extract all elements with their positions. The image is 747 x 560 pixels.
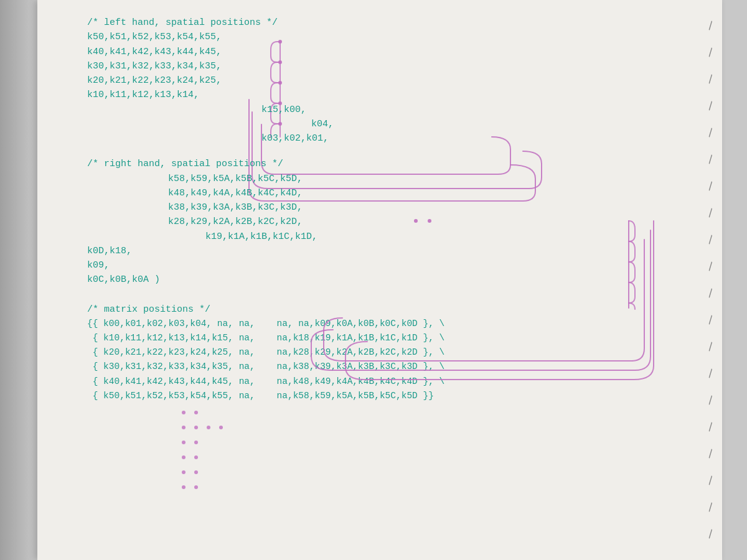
binding-mark: \ xyxy=(703,100,716,112)
svg-point-10 xyxy=(194,426,198,429)
left-hand-section: /* left hand, spatial positions */ k50,k… xyxy=(87,16,697,146)
left-hand-row-1: k50,k51,k52,k53,k54,k55, xyxy=(87,30,697,44)
right-hand-row-4: k28,k29,k2A,k2B,k2C,k2D, xyxy=(87,215,697,229)
binding-mark: \ xyxy=(703,73,716,85)
right-hand-comment: /* right hand, spatial positions */ xyxy=(87,157,697,171)
binding-mark: \ xyxy=(703,528,716,540)
binding-mark: \ xyxy=(703,180,716,192)
binding-mark: \ xyxy=(703,19,716,32)
right-hand-row-1: k58,k59,k5A,k5B,k5C,k5D, xyxy=(87,172,697,186)
binding-mark: \ xyxy=(703,367,716,380)
page: \ \ \ \ \ \ \ \ \ \ \ \ \ \ \ \ \ \ \ \ xyxy=(37,0,722,560)
binding-mark: \ xyxy=(703,233,716,246)
binding-mark: \ xyxy=(703,447,716,460)
left-hand-row-6: k15,k00, xyxy=(87,103,697,117)
left-hand-comment: /* left hand, spatial positions */ xyxy=(87,16,697,30)
right-hand-row-2: k48,k49,k4A,k4B,k4C,k4D, xyxy=(87,186,697,200)
matrix-row-6: { k50,k51,k52,k53,k54,k55, na, na,k58,k5… xyxy=(87,389,697,403)
right-hand-row-3: k38,k39,k3A,k3B,k3C,k3D, xyxy=(87,200,697,215)
svg-point-8 xyxy=(194,411,198,414)
binding-mark: \ xyxy=(703,153,716,166)
right-hand-section: /* right hand, spatial positions */ k58,… xyxy=(87,157,697,287)
matrix-row-2: { k10,k11,k12,k13,k14,k15, na, na,k18,k1… xyxy=(87,331,697,345)
left-hand-row-4: k20,k21,k22,k23,k24,k25, xyxy=(87,73,697,88)
svg-point-11 xyxy=(207,426,210,429)
matrix-row-1: {{ k00,k01,k02,k03,k04, na, na, na, na,k… xyxy=(87,317,697,331)
binding-mark: \ xyxy=(703,340,716,353)
svg-point-14 xyxy=(194,441,198,444)
svg-point-20 xyxy=(194,485,198,489)
binding-mark: \ xyxy=(703,501,716,513)
matrix-row-3: { k20,k21,k22,k23,k24,k25, na, na,k28,k2… xyxy=(87,345,697,360)
left-hand-row-2: k40,k41,k42,k43,k44,k45, xyxy=(87,45,697,59)
binding-mark: \ xyxy=(703,46,716,58)
binding-mark: \ xyxy=(703,421,716,433)
binding-mark: \ xyxy=(703,287,716,299)
svg-point-17 xyxy=(182,470,186,474)
binding-edge: \ \ \ \ \ \ \ \ \ \ \ \ \ \ \ \ \ \ \ \ xyxy=(697,0,722,560)
svg-point-15 xyxy=(182,455,186,459)
matrix-section: /* matrix positions */ {{ k00,k01,k02,k0… xyxy=(87,302,697,403)
right-hand-row-5: k19,k1A,k1B,k1C,k1D, xyxy=(87,230,697,244)
binding-mark: \ xyxy=(703,126,716,139)
matrix-comment: /* matrix positions */ xyxy=(87,302,697,317)
matrix-row-5: { k40,k41,k42,k43,k44,k45, na, na,k48,k4… xyxy=(87,375,697,389)
right-hand-row-6: k0D,k18, xyxy=(87,244,697,258)
left-hand-row-8: k03,k02,k01, xyxy=(87,131,697,146)
binding-mark: \ xyxy=(703,207,716,219)
svg-point-13 xyxy=(182,441,186,444)
matrix-row-4: { k30,k31,k32,k33,k34,k35, na, na,k38,k3… xyxy=(87,360,697,374)
left-shadow xyxy=(0,0,37,560)
svg-point-9 xyxy=(182,426,186,429)
svg-point-16 xyxy=(194,455,198,459)
right-hand-row-8: k0C,k0B,k0A ) xyxy=(87,273,697,287)
svg-point-7 xyxy=(182,411,186,414)
right-hand-row-7: k09, xyxy=(87,258,697,273)
left-hand-row-7: k04, xyxy=(87,117,697,131)
binding-mark: \ xyxy=(703,474,716,487)
binding-mark: \ xyxy=(703,314,716,326)
svg-point-19 xyxy=(182,485,186,489)
binding-mark: \ xyxy=(703,260,716,273)
svg-point-12 xyxy=(219,426,223,429)
svg-point-18 xyxy=(194,470,198,474)
binding-mark: \ xyxy=(703,394,716,406)
left-hand-row-5: k10,k11,k12,k13,k14, xyxy=(87,88,697,102)
left-hand-row-3: k30,k31,k32,k33,k34,k35, xyxy=(87,59,697,73)
